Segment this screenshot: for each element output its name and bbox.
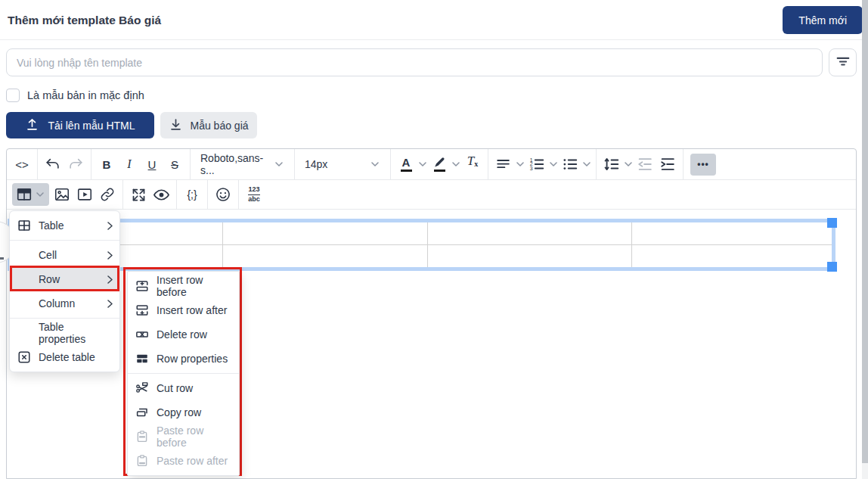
redo-icon [67, 156, 84, 173]
underline-button[interactable]: U [141, 154, 163, 175]
bullet-list-button[interactable] [560, 154, 581, 175]
ordered-list-icon: 1 2 3 [529, 156, 545, 173]
ordered-list-button[interactable]: 1 2 3 [526, 154, 547, 175]
insert-row-after-icon [135, 303, 149, 317]
table-dropdown-menu: Table Cell Row Column Table proper [9, 210, 120, 372]
submenu-item-insert-row-after[interactable]: Insert row after [128, 298, 239, 322]
editor-selected-table[interactable] [8, 219, 835, 271]
table-cell[interactable] [632, 222, 832, 245]
eye-icon [153, 186, 170, 204]
chevron-right-icon [107, 222, 113, 230]
redo-button[interactable] [65, 154, 86, 175]
submenu-item-delete-row[interactable]: Delete row [128, 322, 239, 347]
chevron-down-icon [371, 162, 379, 166]
upload-html-button[interactable]: Tải lên mẫu HTML [6, 112, 154, 138]
table-cell[interactable] [428, 222, 632, 245]
line-height-icon [603, 156, 620, 173]
clear-formatting-button[interactable]: Tx [462, 154, 483, 175]
copy-icon [135, 406, 149, 419]
table-cell[interactable] [223, 245, 428, 268]
preview-button[interactable] [150, 184, 172, 205]
submenu-item-paste-row-before[interactable]: Paste row before [128, 425, 239, 449]
submenu-item-copy-row[interactable]: Copy row [128, 400, 239, 425]
menu-item-table-properties[interactable]: Table properties [10, 321, 119, 345]
menu-item-column[interactable]: Column [10, 291, 119, 316]
insert-row-before-icon [135, 279, 149, 293]
code-sample-button[interactable]: {;} [181, 184, 203, 205]
toolbar-separator [238, 180, 239, 209]
add-new-button[interactable]: Thêm mới [783, 6, 863, 34]
filter-icon [835, 53, 851, 72]
line-height-chevron-icon[interactable] [625, 162, 632, 166]
table-grid-icon [17, 219, 31, 232]
highlight-chevron-icon[interactable] [452, 162, 460, 166]
submenu-item-cut-row[interactable]: Cut row [128, 376, 239, 400]
download-icon [169, 117, 183, 134]
undo-button[interactable] [42, 154, 64, 175]
insert-image-button[interactable] [51, 184, 73, 205]
highlighter-icon [433, 157, 446, 168]
page-header: Thêm mới template Báo giá Thêm mới [0, 0, 868, 40]
table-resize-handle-bottom-right[interactable] [827, 262, 837, 272]
font-family-select[interactable]: Roboto,sans-s... [194, 153, 290, 176]
page-scrollbar[interactable] [862, 0, 868, 479]
fullscreen-icon [131, 187, 147, 203]
hidden-popover-dash [0, 257, 4, 260]
align-button[interactable] [493, 154, 514, 175]
video-icon [76, 186, 93, 203]
template-name-input[interactable] [6, 48, 823, 76]
ordered-list-chevron-icon[interactable] [550, 162, 557, 166]
delete-row-icon [135, 328, 149, 341]
insert-link-button[interactable] [97, 184, 118, 205]
toolbar-separator [390, 149, 391, 179]
highlight-color-button[interactable] [429, 154, 450, 175]
table-cell[interactable] [632, 245, 832, 268]
default-print-label: Là mẫu bản in mặc định [27, 89, 144, 101]
quote-sample-button[interactable]: Mẫu báo giá [160, 112, 257, 138]
quote-sample-label: Mẫu báo giá [190, 120, 248, 132]
line-height-button[interactable] [601, 154, 622, 175]
table-grid [11, 222, 832, 267]
table-cell[interactable] [223, 222, 428, 245]
toolbar-separator [596, 149, 597, 179]
align-left-icon [495, 156, 512, 173]
table-cell[interactable] [428, 245, 632, 268]
text-color-chevron-icon[interactable] [419, 162, 426, 166]
submenu-item-paste-row-after[interactable]: Paste row after [128, 449, 239, 473]
font-family-value: Roboto,sans-s... [200, 152, 274, 176]
more-toolbar-button[interactable]: ••• [690, 154, 716, 176]
toolbar-separator [37, 149, 38, 179]
fullscreen-button[interactable] [128, 184, 149, 205]
submenu-item-row-properties[interactable]: Row properties [128, 347, 239, 371]
font-size-select[interactable]: 14px [299, 153, 386, 176]
svg-text:3: 3 [530, 166, 533, 171]
special-chars-button[interactable]: 123 abc [243, 184, 265, 205]
emoji-button[interactable] [212, 184, 234, 205]
scrollbar-thumb[interactable] [862, 0, 868, 463]
strikethrough-button[interactable]: S [164, 154, 185, 175]
toolbar-separator [207, 180, 208, 209]
submenu-divider [128, 373, 239, 374]
submenu-item-insert-row-before[interactable]: Insert row before [128, 274, 239, 298]
menu-item-row[interactable]: Row [10, 267, 119, 291]
toolbar-separator [190, 149, 191, 179]
align-chevron-icon[interactable] [516, 162, 524, 166]
action-buttons-row: Tải lên mẫu HTML Mẫu báo giá [6, 112, 257, 138]
outdent-button[interactable] [634, 154, 656, 175]
code-view-button[interactable]: <> [11, 154, 33, 175]
insert-media-button[interactable] [74, 184, 95, 205]
table-resize-handle-top-right[interactable] [827, 218, 837, 228]
bold-button[interactable]: B [96, 154, 117, 175]
italic-button[interactable]: I [119, 154, 140, 175]
menu-item-cell[interactable]: Cell [10, 243, 119, 267]
menu-item-delete-table[interactable]: Delete table [10, 345, 119, 369]
table-menu-button[interactable] [12, 183, 49, 206]
bullet-list-chevron-icon[interactable] [583, 162, 591, 166]
text-color-button[interactable]: A [395, 154, 417, 175]
indent-button[interactable] [657, 154, 678, 175]
filter-button[interactable] [829, 48, 857, 76]
charmap-icon: 123 abc [248, 185, 260, 204]
menu-item-table[interactable]: Table [10, 213, 119, 238]
default-print-checkbox[interactable] [6, 89, 20, 102]
page-title: Thêm mới template Báo giá [8, 0, 161, 40]
